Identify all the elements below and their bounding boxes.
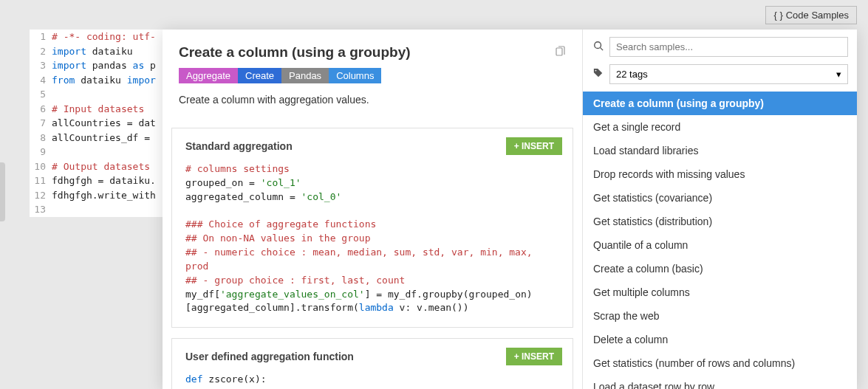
line-number: 7: [30, 116, 52, 131]
tags-filter-row: 22 tags ▾: [583, 61, 857, 92]
line-number: 13: [30, 202, 52, 217]
line-content: # Output datasets: [52, 159, 150, 174]
list-item[interactable]: Create a column (basic): [583, 257, 857, 280]
line-number: 1: [30, 30, 52, 44]
line-content: # -*- coding: utf-: [52, 30, 156, 44]
list-item[interactable]: Delete a column: [583, 328, 857, 351]
line-number: 6: [30, 102, 52, 117]
left-drag-handle[interactable]: [0, 162, 5, 221]
line-content: fdhgfgh.write_with: [52, 188, 156, 203]
line-content: allCountries = dat: [52, 116, 156, 131]
samples-side-panel: 22 tags ▾ Create a column (using a group…: [582, 30, 857, 389]
list-item[interactable]: Load standard libraries: [583, 139, 857, 162]
line-number: 5: [30, 87, 52, 102]
tag-create[interactable]: Create: [238, 68, 281, 83]
tag-icon: [592, 68, 605, 81]
line-content: fdhgfgh = dataiku.: [52, 173, 156, 188]
insert-label: INSERT: [522, 351, 554, 362]
insert-label: INSERT: [522, 141, 554, 151]
code-snippet: # columns settings grouped_on = 'col_1' …: [185, 162, 559, 315]
block-title: Standard aggregation: [185, 140, 559, 152]
detail-title: Create a column (using a groupby): [179, 44, 566, 61]
code-block-standard: + INSERT Standard aggregation # columns …: [171, 128, 573, 328]
search-input[interactable]: [609, 37, 848, 57]
svg-rect-0: [556, 48, 562, 55]
list-item[interactable]: Load a dataset row by row: [583, 375, 857, 389]
line-number: 11: [30, 173, 52, 188]
plus-icon: +: [514, 141, 519, 151]
list-item[interactable]: Get statistics (covariance): [583, 186, 857, 210]
braces-icon: { }: [773, 10, 782, 21]
list-item[interactable]: Get a single record: [583, 115, 857, 139]
list-item[interactable]: Get statistics (distribution): [583, 210, 857, 233]
line-number: 2: [30, 44, 52, 59]
list-item[interactable]: Create a column (using a groupby): [583, 92, 857, 115]
plus-icon: +: [514, 351, 519, 362]
list-item[interactable]: Drop records with missing values: [583, 162, 857, 186]
line-content: from dataiku impor: [52, 73, 156, 88]
sample-list: Create a column (using a groupby)Get a s…: [583, 92, 857, 389]
line-number: 10: [30, 159, 52, 174]
detail-header: Create a column (using a groupby) Aggreg…: [163, 30, 582, 117]
list-item[interactable]: Get multiple columns: [583, 280, 857, 304]
svg-point-1: [595, 41, 601, 48]
detail-description: Create a column with aggregation values.: [179, 94, 566, 106]
list-item[interactable]: Scrap the web: [583, 304, 857, 328]
tags-row: Aggregate Create Pandas Columns: [179, 68, 566, 83]
code-snippet: def zscore(x):: [185, 373, 559, 387]
line-content: # Input datasets: [52, 102, 144, 117]
block-title: User defined aggregation function: [185, 351, 559, 362]
line-number: 4: [30, 73, 52, 88]
list-item[interactable]: Get statistics (number of rows and colum…: [583, 351, 857, 375]
sample-detail-panel: Create a column (using a groupby) Aggreg…: [163, 30, 582, 389]
list-item[interactable]: Quantile of a column: [583, 233, 857, 257]
search-icon: [592, 41, 605, 54]
code-samples-label: Code Samples: [786, 10, 849, 21]
line-number: 3: [30, 58, 52, 73]
search-row: [583, 30, 857, 61]
line-content: allCountries_df =: [52, 131, 156, 145]
line-number: 9: [30, 145, 52, 159]
tag-columns[interactable]: Columns: [329, 68, 381, 83]
tag-pandas[interactable]: Pandas: [281, 68, 329, 83]
line-content: import dataiku: [52, 44, 133, 59]
svg-line-2: [601, 47, 604, 50]
code-block-udf: + INSERT User defined aggregation functi…: [171, 338, 573, 389]
tag-aggregate[interactable]: Aggregate: [179, 68, 238, 83]
code-samples-button[interactable]: { } Code Samples: [765, 6, 857, 24]
line-content: import pandas as p: [52, 58, 156, 73]
copy-icon[interactable]: [554, 46, 566, 61]
chevron-down-icon: ▾: [836, 69, 841, 80]
insert-button[interactable]: + INSERT: [506, 137, 562, 155]
tags-dropdown[interactable]: 22 tags ▾: [609, 64, 848, 84]
line-number: 12: [30, 188, 52, 203]
code-samples-overlay: Create a column (using a groupby) Aggreg…: [163, 30, 857, 389]
insert-button[interactable]: + INSERT: [506, 348, 562, 365]
line-number: 8: [30, 131, 52, 145]
tags-dropdown-label: 22 tags: [616, 69, 648, 80]
